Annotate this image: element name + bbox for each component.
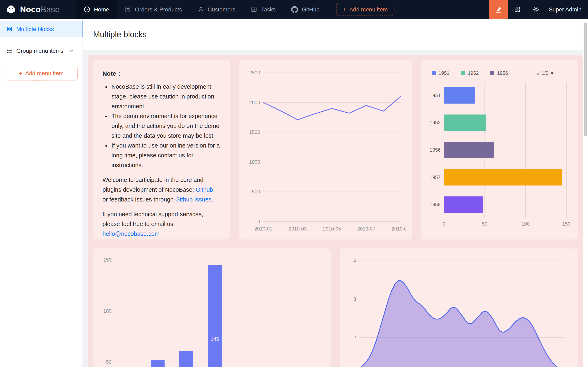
sidebar-item-label: Multiple blocks	[16, 26, 54, 32]
highlighter-icon	[495, 6, 502, 13]
svg-text:150: 150	[103, 257, 112, 263]
github-icon	[291, 6, 298, 13]
chevron-down-icon	[69, 48, 74, 53]
svg-text:500: 500	[252, 189, 260, 194]
add-menu-item-button-sidebar[interactable]: + Add menu item	[5, 66, 78, 81]
sidebar-item-label: Group menu items	[16, 47, 63, 54]
legend-item-1951[interactable]: 1951	[432, 70, 449, 76]
top-navbar: NocoBase Home Orders & Products	[0, 0, 588, 19]
tasks-icon	[251, 6, 257, 13]
github-issues-link[interactable]: Github Issues	[175, 196, 211, 203]
ui-editor-button[interactable]	[489, 0, 508, 19]
note-paragraph-1: Welcome to participate in the core and p…	[103, 175, 220, 204]
svg-text:1000: 1000	[249, 159, 260, 165]
nav-item-label: Tasks	[261, 6, 276, 13]
plus-icon: +	[343, 6, 346, 12]
svg-text:3: 3	[354, 296, 356, 302]
nav-item-tasks[interactable]: Tasks	[243, 0, 283, 19]
area-chart: 01234	[346, 254, 568, 367]
legend-swatch	[490, 71, 494, 75]
note-bullet: NocoBase is still in early development s…	[112, 82, 220, 111]
clock-icon	[84, 6, 90, 13]
settings-button[interactable]	[527, 0, 546, 19]
svg-text:2: 2	[354, 335, 356, 340]
top-menu: Home Orders & Products Customers	[76, 0, 394, 19]
area-chart-block: 01234	[340, 249, 578, 367]
svg-text:100: 100	[522, 221, 530, 227]
svg-text:150: 150	[562, 221, 571, 227]
svg-text:2000: 2000	[249, 100, 260, 105]
github-link[interactable]: Github	[196, 186, 213, 193]
nocobase-logo-icon	[6, 4, 16, 15]
svg-text:1952: 1952	[430, 120, 441, 125]
vertical-scrollbar[interactable]	[584, 23, 587, 136]
nav-item-customers[interactable]: Customers	[190, 0, 243, 19]
svg-text:145: 145	[211, 336, 219, 342]
email-link[interactable]: hello@nocobase.com	[103, 231, 160, 237]
svg-text:1956: 1956	[430, 147, 441, 153]
logo-text: NocoBase	[20, 5, 60, 14]
page-content: Note： NocoBase is still in early develop…	[83, 50, 588, 367]
add-menu-item-button-top[interactable]: + Add menu item	[336, 3, 394, 16]
svg-text:2500: 2500	[249, 70, 260, 75]
sidebar: Multiple blocks Group menu items + Add m…	[0, 19, 83, 367]
plus-icon: +	[19, 70, 23, 76]
main-area: Multiple blocks Note： NocoBase is still …	[83, 19, 588, 367]
svg-text:1957: 1957	[430, 175, 441, 180]
nav-item-github[interactable]: GitHub	[283, 0, 327, 19]
line-chart-block: 050010001500200025002010-012010-032010-0…	[239, 60, 412, 240]
gear-icon	[533, 6, 540, 13]
note-bullet: The demo environment is for experience o…	[112, 111, 220, 141]
svg-text:2010-03: 2010-03	[289, 226, 307, 232]
blocks-row-1: Note： NocoBase is still in early develop…	[93, 60, 578, 240]
svg-text:1500: 1500	[249, 129, 260, 135]
svg-text:2010-01: 2010-01	[254, 226, 272, 232]
markdown-note-block: Note： NocoBase is still in early develop…	[93, 60, 230, 240]
chart-legend: 1951 1952 1956 ▲	[432, 69, 571, 78]
user-menu[interactable]: Super Admin	[546, 6, 588, 13]
navbar-right-actions: Super Admin	[489, 0, 588, 19]
column-chart: 050100150145	[98, 254, 321, 367]
svg-text:2010-09: 2010-09	[392, 226, 406, 232]
svg-text:1958: 1958	[430, 202, 441, 207]
note-bullet-list: NocoBase is still in early development s…	[103, 82, 220, 170]
note-title: Note：	[103, 69, 220, 78]
sidebar-item-multiple-blocks[interactable]: Multiple blocks	[0, 21, 82, 37]
legend-page-up-icon[interactable]: ▲	[536, 71, 540, 75]
note-bullet: If you want to use our online version fo…	[112, 141, 220, 170]
app-root: NocoBase Home Orders & Products	[0, 0, 588, 367]
list-icon	[7, 48, 12, 54]
horizontal-bar-chart: 05010015019511952195619571958	[427, 78, 571, 229]
scrollbar-gutter	[583, 19, 588, 367]
svg-text:4: 4	[354, 258, 356, 263]
nav-item-orders-products[interactable]: Orders & Products	[117, 0, 190, 19]
nav-item-home[interactable]: Home	[76, 0, 117, 19]
svg-text:0: 0	[258, 219, 260, 224]
blocks-row-2: 050100150145 01234	[93, 249, 578, 367]
bar-chart-block: 1951 1952 1956 ▲	[421, 60, 578, 240]
column-chart-block: 050100150145	[93, 249, 331, 367]
svg-text:0: 0	[443, 221, 445, 227]
svg-text:2010-05: 2010-05	[323, 226, 341, 232]
nav-item-label: Customers	[208, 6, 235, 13]
svg-text:50: 50	[106, 359, 112, 365]
page-title: Multiple blocks	[93, 30, 147, 39]
svg-text:100: 100	[103, 308, 112, 314]
user-icon	[197, 6, 204, 13]
legend-item-1956[interactable]: 1956	[490, 70, 508, 76]
nav-item-label: Orders & Products	[135, 6, 182, 13]
legend-item-1952[interactable]: 1952	[461, 70, 479, 76]
legend-page-label: 1/2	[542, 70, 548, 76]
line-chart: 050010001500200025002010-012010-032010-0…	[245, 65, 406, 234]
legend-page-down-icon[interactable]: ▼	[550, 71, 554, 75]
appstore-icon	[514, 6, 521, 13]
svg-text:2010-07: 2010-07	[357, 226, 375, 232]
plugin-manager-button[interactable]	[508, 0, 527, 19]
nocobase-logo[interactable]: NocoBase	[0, 0, 76, 19]
nav-item-label: GitHub	[302, 6, 320, 13]
legend-pager: ▲ 1/2 ▼	[536, 70, 554, 76]
svg-text:50: 50	[482, 221, 488, 227]
sidebar-item-group-menu-items[interactable]: Group menu items	[0, 42, 82, 59]
legend-swatch	[461, 71, 465, 75]
svg-text:1951: 1951	[430, 92, 441, 98]
